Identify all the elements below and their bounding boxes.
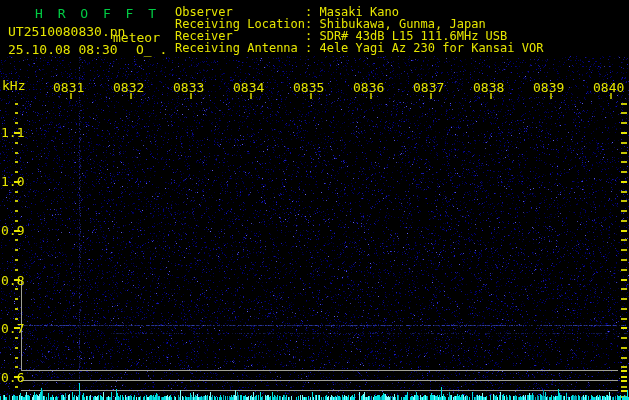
- x-tick-label-0835: 0835: [293, 81, 324, 94]
- y-tick-label-0p9: 0.9: [1, 224, 24, 237]
- x-tick-label-0837: 0837: [413, 81, 444, 94]
- x-tick-label-0836: 0836: [353, 81, 384, 94]
- filename-label: UT2510080830.pn: [8, 25, 125, 38]
- y-tick-label-0p8: 0.8: [1, 274, 24, 287]
- info-label-receiving-antenna: Receiving Antenna: [175, 42, 298, 54]
- info-value-receiving-antenna: : 4ele Yagi Az 230 for Kansai VOR: [305, 42, 543, 54]
- y-tick-label-0p6: 0.6: [1, 371, 24, 384]
- y-tick-label-1p1: 1.1: [1, 126, 24, 139]
- status-counter: O_ .: [136, 43, 167, 56]
- y-tick-label-0p7: 0.7: [1, 322, 24, 335]
- x-tick-label-0834: 0834: [233, 81, 264, 94]
- app-title: H R O F F T: [35, 7, 160, 20]
- x-tick-label-0833: 0833: [173, 81, 204, 94]
- x-tick-label-0831: 0831: [53, 81, 84, 94]
- y-tick-label-1p0: 1.0: [1, 175, 24, 188]
- x-tick-label-0840: 0840: [593, 81, 624, 94]
- datetime-label: 25.10.08 08:30: [8, 43, 118, 56]
- hrofft-output-image: H R O F F T UT2510080830.pn meteor 25.10…: [0, 0, 629, 400]
- spectrogram-canvas: [0, 0, 629, 400]
- x-tick-label-0832: 0832: [113, 81, 144, 94]
- x-tick-label-0838: 0838: [473, 81, 504, 94]
- x-tick-label-0839: 0839: [533, 81, 564, 94]
- y-axis-unit-label: kHz: [2, 79, 25, 92]
